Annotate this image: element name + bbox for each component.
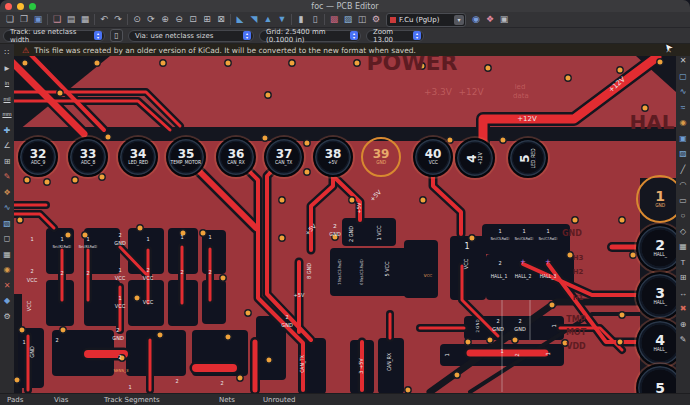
- via[interactable]: [225, 334, 231, 340]
- track-width-select[interactable]: Track: use netclass width ▴▾: [3, 30, 105, 42]
- update-pcb-from-schematic-icon[interactable]: ▩: [327, 13, 341, 26]
- add-zone-icon[interactable]: ▨: [677, 147, 690, 160]
- units-mils-icon[interactable]: mil: [1, 93, 14, 106]
- measure-angle-icon[interactable]: ∠: [1, 139, 14, 152]
- via[interactable]: [454, 372, 460, 378]
- via[interactable]: [22, 60, 28, 66]
- zoom-in-icon[interactable]: ⊕: [158, 13, 172, 26]
- via[interactable]: [200, 230, 206, 236]
- pcb-pad-38-+5V[interactable]: 38+5V: [313, 137, 353, 177]
- add-line-icon[interactable]: ╱: [677, 163, 690, 176]
- outline-mode-icon[interactable]: ▧: [1, 217, 14, 230]
- undo-icon[interactable]: ↶: [97, 13, 111, 26]
- via[interactable]: [500, 137, 506, 143]
- route-tracks-icon[interactable]: ∿: [677, 85, 690, 98]
- units-mm-icon[interactable]: mm: [1, 108, 14, 121]
- pcb-pad-37-CAN_TX[interactable]: 37CAN_TX: [264, 137, 304, 177]
- via[interactable]: [447, 137, 453, 143]
- via[interactable]: [19, 327, 25, 333]
- lock-icon[interactable]: ▮: [294, 13, 308, 26]
- selection-tool-icon[interactable]: ►: [1, 62, 14, 75]
- via[interactable]: [266, 357, 272, 363]
- pcb-pad-33-ADC_8[interactable]: 33ADC_8: [68, 137, 108, 177]
- titlebar[interactable]: foc — PCB Editor: [0, 0, 690, 12]
- via[interactable]: [105, 134, 111, 140]
- auto-track-width-button[interactable]: ▯: [110, 29, 123, 42]
- pcb-pad-36-CAN_RX[interactable]: 36CAN_RX: [216, 137, 256, 177]
- pcb-pad-32-ADC_9[interactable]: 32ADC_9: [18, 137, 58, 177]
- add-circle-icon[interactable]: ○: [677, 209, 690, 222]
- grid-select[interactable]: Grid: 2.5400 mm (0.1000 in) ▴▾: [259, 30, 361, 42]
- add-text-icon[interactable]: T: [677, 256, 690, 269]
- add-image-icon[interactable]: ▦: [677, 240, 690, 253]
- via[interactable]: [304, 169, 310, 175]
- via[interactable]: [619, 312, 625, 318]
- via[interactable]: [572, 217, 578, 223]
- via[interactable]: [237, 375, 243, 381]
- via[interactable]: [94, 60, 100, 66]
- drill-origin-icon[interactable]: ⊕: [677, 318, 690, 331]
- mirror-icon[interactable]: ▼: [275, 13, 289, 26]
- add-dimension-icon[interactable]: ↔: [677, 287, 690, 300]
- crosshair-cursor-icon[interactable]: ✚: [1, 124, 14, 137]
- design-rules-icon[interactable]: ⚙: [369, 13, 383, 26]
- via[interactable]: [24, 177, 30, 183]
- footprint-appearance-icon[interactable]: ❖: [483, 13, 497, 26]
- pcb-pad-40-VCC[interactable]: 40VCC: [413, 137, 453, 177]
- via[interactable]: [549, 302, 555, 308]
- scripting-console-icon[interactable]: ▣: [497, 13, 511, 26]
- via[interactable]: [14, 377, 20, 383]
- flip-board-view-icon[interactable]: ▲: [261, 13, 275, 26]
- pad-sketch-mode-icon[interactable]: ◻: [1, 232, 14, 245]
- zoom-page-icon[interactable]: ⊞: [200, 13, 214, 26]
- via[interactable]: [245, 310, 251, 316]
- via[interactable]: [57, 90, 63, 96]
- print-icon[interactable]: ▤: [64, 13, 78, 26]
- delete-tool-icon[interactable]: ✖: [677, 302, 690, 315]
- via[interactable]: [657, 59, 663, 65]
- preferences-tools-icon[interactable]: ⚙: [1, 310, 14, 323]
- via-display-icon[interactable]: ◆: [1, 294, 14, 307]
- unlock-icon[interactable]: ▯: [308, 13, 322, 26]
- open-board-icon[interactable]: ❐: [17, 13, 31, 26]
- via[interactable]: [134, 295, 140, 301]
- stepper-icon[interactable]: ▴▾: [243, 31, 251, 40]
- zoom-out-icon[interactable]: ⊖: [172, 13, 186, 26]
- via[interactable]: [160, 60, 166, 66]
- via[interactable]: [617, 339, 623, 345]
- highlight-net-icon[interactable]: ✎: [1, 170, 14, 183]
- save-board-icon[interactable]: ▣: [31, 13, 45, 26]
- via[interactable]: [279, 197, 285, 203]
- zoom-select[interactable]: Zoom 13.00 ▴▾: [366, 30, 424, 42]
- via[interactable]: [512, 337, 518, 343]
- 3d-viewer-icon[interactable]: ◫: [355, 13, 369, 26]
- via[interactable]: [565, 75, 571, 81]
- via[interactable]: [642, 105, 648, 111]
- refresh-view-icon[interactable]: ⟳: [144, 13, 158, 26]
- units-inches-icon[interactable]: in: [1, 77, 14, 90]
- measure-tool-icon[interactable]: ✎: [677, 333, 690, 346]
- via[interactable]: [265, 92, 271, 98]
- via[interactable]: [60, 327, 66, 333]
- add-rectangle-icon[interactable]: ▭: [677, 194, 690, 207]
- via[interactable]: [279, 235, 285, 241]
- net-inspector-icon[interactable]: ◉: [469, 13, 483, 26]
- stepper-icon[interactable]: ▴▾: [94, 31, 102, 40]
- grid-dots-toggle-icon[interactable]: ∷: [1, 46, 14, 59]
- via[interactable]: [137, 225, 143, 231]
- zoom-fit-icon[interactable]: ⊡: [186, 13, 200, 26]
- via[interactable]: [157, 332, 163, 338]
- pcb-pad-5-LED_RED[interactable]: 5LED_RED: [508, 138, 548, 178]
- add-polygon-icon[interactable]: ◇: [677, 225, 690, 238]
- via-size-select[interactable]: Via: use netclass sizes ▴▾: [128, 30, 254, 42]
- stepper-icon[interactable]: ▴▾: [350, 31, 358, 40]
- via[interactable]: [354, 60, 360, 66]
- zoom-selection-icon[interactable]: ⊠: [214, 13, 228, 26]
- via[interactable]: [17, 217, 23, 223]
- magnetic-snap-icon[interactable]: ◉: [1, 263, 14, 276]
- chevron-down-icon[interactable]: ▾: [454, 15, 464, 25]
- via[interactable]: [469, 235, 475, 241]
- via[interactable]: [225, 60, 231, 66]
- pcb-pad-34-LED_RED[interactable]: 34LED_RED: [118, 137, 158, 177]
- local-ratsnest-icon[interactable]: ❖: [1, 186, 14, 199]
